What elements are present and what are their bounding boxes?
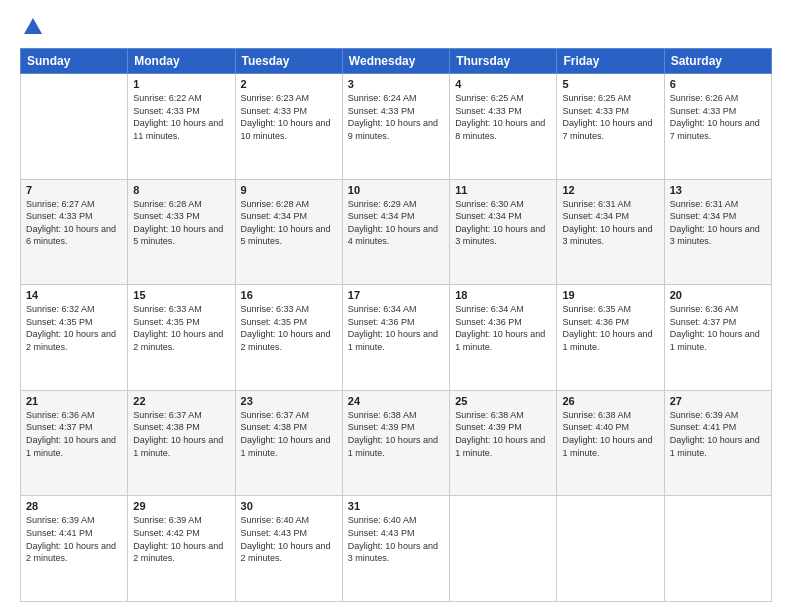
- calendar-week-row: 14Sunrise: 6:32 AMSunset: 4:35 PMDayligh…: [21, 285, 772, 391]
- day-info: Sunrise: 6:35 AMSunset: 4:36 PMDaylight:…: [562, 303, 658, 353]
- calendar-day-cell: 27Sunrise: 6:39 AMSunset: 4:41 PMDayligh…: [664, 390, 771, 496]
- day-number: 13: [670, 184, 766, 196]
- calendar-day-header: Sunday: [21, 49, 128, 74]
- calendar-day-cell: 22Sunrise: 6:37 AMSunset: 4:38 PMDayligh…: [128, 390, 235, 496]
- calendar-day-cell: 7Sunrise: 6:27 AMSunset: 4:33 PMDaylight…: [21, 179, 128, 285]
- calendar-day-cell: 16Sunrise: 6:33 AMSunset: 4:35 PMDayligh…: [235, 285, 342, 391]
- header: [20, 16, 772, 38]
- calendar-day-cell: 14Sunrise: 6:32 AMSunset: 4:35 PMDayligh…: [21, 285, 128, 391]
- day-number: 7: [26, 184, 122, 196]
- calendar-day-cell: 28Sunrise: 6:39 AMSunset: 4:41 PMDayligh…: [21, 496, 128, 602]
- day-number: 30: [241, 500, 337, 512]
- calendar-day-cell: 20Sunrise: 6:36 AMSunset: 4:37 PMDayligh…: [664, 285, 771, 391]
- day-info: Sunrise: 6:34 AMSunset: 4:36 PMDaylight:…: [348, 303, 444, 353]
- calendar-day-cell: 25Sunrise: 6:38 AMSunset: 4:39 PMDayligh…: [450, 390, 557, 496]
- calendar-day-cell: 31Sunrise: 6:40 AMSunset: 4:43 PMDayligh…: [342, 496, 449, 602]
- calendar-day-cell: 24Sunrise: 6:38 AMSunset: 4:39 PMDayligh…: [342, 390, 449, 496]
- day-number: 28: [26, 500, 122, 512]
- day-number: 14: [26, 289, 122, 301]
- calendar-day-cell: [21, 74, 128, 180]
- logo-icon: [22, 16, 44, 38]
- day-number: 29: [133, 500, 229, 512]
- calendar-day-cell: 17Sunrise: 6:34 AMSunset: 4:36 PMDayligh…: [342, 285, 449, 391]
- calendar-day-cell: 13Sunrise: 6:31 AMSunset: 4:34 PMDayligh…: [664, 179, 771, 285]
- calendar-day-cell: 4Sunrise: 6:25 AMSunset: 4:33 PMDaylight…: [450, 74, 557, 180]
- day-number: 18: [455, 289, 551, 301]
- day-info: Sunrise: 6:31 AMSunset: 4:34 PMDaylight:…: [670, 198, 766, 248]
- day-number: 22: [133, 395, 229, 407]
- day-number: 27: [670, 395, 766, 407]
- day-number: 12: [562, 184, 658, 196]
- day-info: Sunrise: 6:36 AMSunset: 4:37 PMDaylight:…: [670, 303, 766, 353]
- calendar-day-cell: 11Sunrise: 6:30 AMSunset: 4:34 PMDayligh…: [450, 179, 557, 285]
- calendar-day-cell: 12Sunrise: 6:31 AMSunset: 4:34 PMDayligh…: [557, 179, 664, 285]
- calendar-day-cell: 15Sunrise: 6:33 AMSunset: 4:35 PMDayligh…: [128, 285, 235, 391]
- day-info: Sunrise: 6:32 AMSunset: 4:35 PMDaylight:…: [26, 303, 122, 353]
- day-info: Sunrise: 6:38 AMSunset: 4:39 PMDaylight:…: [348, 409, 444, 459]
- day-number: 6: [670, 78, 766, 90]
- day-info: Sunrise: 6:39 AMSunset: 4:42 PMDaylight:…: [133, 514, 229, 564]
- calendar-day-header: Tuesday: [235, 49, 342, 74]
- day-number: 19: [562, 289, 658, 301]
- day-number: 8: [133, 184, 229, 196]
- day-info: Sunrise: 6:25 AMSunset: 4:33 PMDaylight:…: [562, 92, 658, 142]
- calendar-day-header: Thursday: [450, 49, 557, 74]
- day-number: 20: [670, 289, 766, 301]
- day-number: 2: [241, 78, 337, 90]
- calendar-day-cell: 30Sunrise: 6:40 AMSunset: 4:43 PMDayligh…: [235, 496, 342, 602]
- day-info: Sunrise: 6:36 AMSunset: 4:37 PMDaylight:…: [26, 409, 122, 459]
- day-info: Sunrise: 6:28 AMSunset: 4:33 PMDaylight:…: [133, 198, 229, 248]
- calendar-day-cell: 6Sunrise: 6:26 AMSunset: 4:33 PMDaylight…: [664, 74, 771, 180]
- calendar-day-cell: 18Sunrise: 6:34 AMSunset: 4:36 PMDayligh…: [450, 285, 557, 391]
- calendar-day-cell: 26Sunrise: 6:38 AMSunset: 4:40 PMDayligh…: [557, 390, 664, 496]
- day-number: 31: [348, 500, 444, 512]
- day-info: Sunrise: 6:33 AMSunset: 4:35 PMDaylight:…: [133, 303, 229, 353]
- day-number: 25: [455, 395, 551, 407]
- day-info: Sunrise: 6:30 AMSunset: 4:34 PMDaylight:…: [455, 198, 551, 248]
- day-info: Sunrise: 6:29 AMSunset: 4:34 PMDaylight:…: [348, 198, 444, 248]
- day-info: Sunrise: 6:37 AMSunset: 4:38 PMDaylight:…: [133, 409, 229, 459]
- calendar-week-row: 28Sunrise: 6:39 AMSunset: 4:41 PMDayligh…: [21, 496, 772, 602]
- day-number: 26: [562, 395, 658, 407]
- day-info: Sunrise: 6:38 AMSunset: 4:39 PMDaylight:…: [455, 409, 551, 459]
- calendar-week-row: 7Sunrise: 6:27 AMSunset: 4:33 PMDaylight…: [21, 179, 772, 285]
- day-number: 10: [348, 184, 444, 196]
- day-info: Sunrise: 6:40 AMSunset: 4:43 PMDaylight:…: [241, 514, 337, 564]
- day-number: 4: [455, 78, 551, 90]
- day-info: Sunrise: 6:28 AMSunset: 4:34 PMDaylight:…: [241, 198, 337, 248]
- day-number: 5: [562, 78, 658, 90]
- day-info: Sunrise: 6:37 AMSunset: 4:38 PMDaylight:…: [241, 409, 337, 459]
- day-info: Sunrise: 6:31 AMSunset: 4:34 PMDaylight:…: [562, 198, 658, 248]
- day-number: 9: [241, 184, 337, 196]
- calendar-table: SundayMondayTuesdayWednesdayThursdayFrid…: [20, 48, 772, 602]
- day-info: Sunrise: 6:39 AMSunset: 4:41 PMDaylight:…: [670, 409, 766, 459]
- calendar-day-header: Wednesday: [342, 49, 449, 74]
- calendar-day-cell: 9Sunrise: 6:28 AMSunset: 4:34 PMDaylight…: [235, 179, 342, 285]
- calendar-day-cell: 2Sunrise: 6:23 AMSunset: 4:33 PMDaylight…: [235, 74, 342, 180]
- day-info: Sunrise: 6:22 AMSunset: 4:33 PMDaylight:…: [133, 92, 229, 142]
- day-info: Sunrise: 6:38 AMSunset: 4:40 PMDaylight:…: [562, 409, 658, 459]
- day-info: Sunrise: 6:33 AMSunset: 4:35 PMDaylight:…: [241, 303, 337, 353]
- day-number: 11: [455, 184, 551, 196]
- calendar-day-cell: 1Sunrise: 6:22 AMSunset: 4:33 PMDaylight…: [128, 74, 235, 180]
- calendar-day-cell: [450, 496, 557, 602]
- calendar-day-cell: 5Sunrise: 6:25 AMSunset: 4:33 PMDaylight…: [557, 74, 664, 180]
- day-info: Sunrise: 6:25 AMSunset: 4:33 PMDaylight:…: [455, 92, 551, 142]
- logo: [20, 16, 44, 38]
- calendar-day-header: Friday: [557, 49, 664, 74]
- day-number: 21: [26, 395, 122, 407]
- calendar-week-row: 21Sunrise: 6:36 AMSunset: 4:37 PMDayligh…: [21, 390, 772, 496]
- day-number: 16: [241, 289, 337, 301]
- day-info: Sunrise: 6:34 AMSunset: 4:36 PMDaylight:…: [455, 303, 551, 353]
- calendar-day-cell: 10Sunrise: 6:29 AMSunset: 4:34 PMDayligh…: [342, 179, 449, 285]
- day-info: Sunrise: 6:40 AMSunset: 4:43 PMDaylight:…: [348, 514, 444, 564]
- day-number: 15: [133, 289, 229, 301]
- day-info: Sunrise: 6:23 AMSunset: 4:33 PMDaylight:…: [241, 92, 337, 142]
- calendar-day-header: Saturday: [664, 49, 771, 74]
- calendar-week-row: 1Sunrise: 6:22 AMSunset: 4:33 PMDaylight…: [21, 74, 772, 180]
- day-number: 23: [241, 395, 337, 407]
- calendar-day-cell: [557, 496, 664, 602]
- calendar-day-cell: [664, 496, 771, 602]
- day-info: Sunrise: 6:39 AMSunset: 4:41 PMDaylight:…: [26, 514, 122, 564]
- calendar-day-header: Monday: [128, 49, 235, 74]
